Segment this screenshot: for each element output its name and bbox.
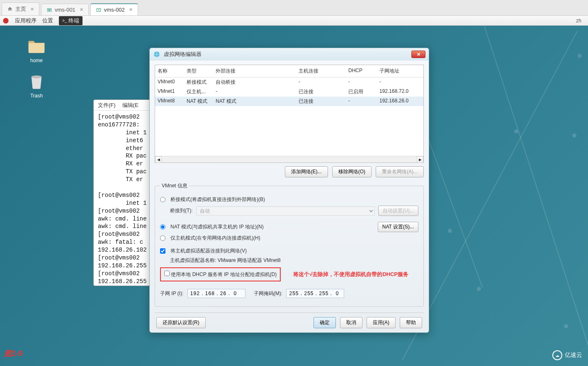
- cell-ext: -: [214, 88, 297, 96]
- close-icon[interactable]: ✕: [80, 7, 83, 12]
- cell-subnet: 192.168.26.0: [378, 97, 423, 105]
- vm-icon: [96, 7, 102, 13]
- nat-mode-label: NAT 模式(与虚拟机共享主机的 IP 地址)(N): [170, 223, 264, 230]
- brand-logo: ☁ 亿速云: [552, 350, 582, 360]
- menubar: 应用程序 位置 >_ 终端 zh: [0, 16, 588, 26]
- table-row[interactable]: VMnet1 仅主机... - 已连接 已启用 192.168.72.0: [155, 87, 423, 97]
- menu-apps[interactable]: 应用程序: [15, 17, 36, 24]
- vmnet-info-group: VMnet 信息 桥接模式(将虚拟机直接连接到外部网络)(B) 桥接到(T): …: [155, 182, 424, 307]
- restore-defaults-button[interactable]: 还原默认设置(R): [156, 317, 206, 328]
- ok-button[interactable]: 确定: [313, 317, 336, 328]
- bridge-to-select: 自动: [196, 206, 375, 216]
- cell-dhcp: 已启用: [347, 88, 378, 96]
- terminal-menu-file[interactable]: 文件(F): [98, 102, 116, 109]
- vmnet-legend: VMnet 信息: [160, 182, 189, 189]
- cell-ext: NAT 模式: [214, 97, 297, 105]
- subnet-mask-label: 子网掩码(M):: [254, 291, 282, 296]
- apply-button[interactable]: 应用(A): [367, 317, 396, 328]
- svg-point-4: [32, 75, 42, 78]
- scroll-right-icon[interactable]: ▶: [417, 156, 423, 163]
- nat-mode-radio[interactable]: [160, 224, 165, 230]
- language-indicator[interactable]: zh: [576, 18, 581, 24]
- virtual-network-editor-dialog: 虚拟网络编辑器 ✕ 名称 类型 外部连接 主机连接 DHCP 子网地址 VMne…: [149, 48, 429, 333]
- brand-text: 亿速云: [565, 351, 582, 359]
- tab-strip: 主页 ✕ vms-001 ✕ vms-002 ✕: [0, 0, 588, 16]
- col-name[interactable]: 名称: [156, 67, 185, 75]
- bridge-mode-label: 桥接模式(将虚拟机直接连接到外部网络)(B): [170, 196, 265, 203]
- subnet-mask-input[interactable]: [286, 289, 344, 298]
- dialog-titlebar[interactable]: 虚拟网络编辑器 ✕: [150, 48, 429, 61]
- menu-location[interactable]: 位置: [42, 17, 53, 24]
- host-adapter-checkbox[interactable]: [160, 248, 165, 254]
- subnet-ip-input[interactable]: [187, 289, 245, 298]
- desktop-label: Trash: [23, 93, 50, 99]
- subnet-ip-label: 子网 IP (I):: [160, 291, 183, 296]
- col-type[interactable]: 类型: [185, 67, 214, 75]
- tab-home[interactable]: 主页 ✕: [2, 2, 39, 15]
- rename-network-button: 重命名网络(A)...: [376, 166, 424, 177]
- host-adapter-label: 将主机虚拟适配器连接到此网络(V): [170, 247, 247, 255]
- bridge-mode-radio[interactable]: [160, 197, 165, 202]
- col-subnet[interactable]: 子网地址: [378, 67, 423, 75]
- cell-type: NAT 模式: [185, 97, 214, 105]
- vm-icon: [46, 7, 52, 13]
- terminal-menu-edit[interactable]: 编辑(E: [122, 102, 138, 109]
- nat-setting-button[interactable]: NAT 设置(S)...: [378, 222, 418, 232]
- table-row[interactable]: VMnet8 NAT 模式 NAT 模式 已连接 - 192.168.26.0: [155, 97, 423, 106]
- cell-type: 桥接模式: [185, 78, 214, 86]
- tab-label: 主页: [15, 5, 26, 13]
- desktop-home-icon[interactable]: home: [23, 37, 50, 63]
- network-table: 名称 类型 外部连接 主机连接 DHCP 子网地址 VMnet0 桥接模式 自动…: [155, 65, 424, 163]
- folder-icon: [28, 37, 45, 55]
- annotation-text: 将这个√去除掉，不使用虚拟机自带的DHCP服务: [293, 271, 408, 278]
- tab-vms001[interactable]: vms-001 ✕: [41, 4, 89, 15]
- network-icon: [153, 51, 160, 58]
- close-icon[interactable]: ✕: [30, 7, 34, 12]
- add-network-button[interactable]: 添加网络(E)...: [285, 166, 328, 177]
- cell-ext: 自动桥接: [214, 78, 297, 86]
- cell-subnet: 192.168.72.0: [378, 88, 423, 96]
- auto-setting-button: 自动设置(U)...: [378, 206, 418, 216]
- hostonly-mode-label: 仅主机模式(在专用网络内连接虚拟机)(H): [170, 235, 260, 242]
- help-button[interactable]: 帮助: [400, 317, 422, 328]
- figure-label: 图1-9: [4, 349, 22, 359]
- cloud-icon: ☁: [552, 350, 562, 360]
- tab-label: vms-002: [104, 7, 125, 13]
- cell-dhcp: -: [347, 97, 378, 105]
- cell-host: 已连接: [297, 97, 347, 105]
- close-icon[interactable]: ✕: [129, 7, 133, 12]
- remove-network-button[interactable]: 移除网络(O): [332, 166, 372, 177]
- hostonly-mode-radio[interactable]: [160, 235, 165, 241]
- col-host[interactable]: 主机连接: [297, 67, 347, 75]
- adapter-name-text: 主机虚拟适配器名称: VMware 网络适配器 VMnet8: [170, 257, 281, 264]
- cell-name: VMnet1: [156, 88, 185, 96]
- bridge-to-label: 桥接到(T):: [170, 207, 193, 214]
- desktop-trash-icon[interactable]: Trash: [23, 73, 50, 99]
- menu-terminal-label: 终端: [68, 17, 79, 24]
- svg-rect-1: [48, 9, 51, 11]
- dialog-close-button[interactable]: ✕: [411, 51, 425, 58]
- table-row[interactable]: VMnet0 桥接模式 自动桥接 - - -: [155, 78, 423, 87]
- cell-host: -: [297, 78, 347, 86]
- table-header: 名称 类型 外部连接 主机连接 DHCP 子网地址: [155, 65, 423, 78]
- desktop-label: home: [23, 58, 50, 63]
- tab-vms002[interactable]: vms-002 ✕: [90, 3, 138, 15]
- cell-name: VMnet0: [156, 78, 185, 86]
- svg-point-3: [3, 18, 8, 23]
- dhcp-label: 使用本地 DHCP 服务将 IP 地址分配给虚拟机(D): [171, 271, 277, 277]
- col-dhcp[interactable]: DHCP: [347, 67, 378, 75]
- horizontal-scrollbar[interactable]: ◀ ▶: [155, 156, 423, 162]
- home-icon: [7, 6, 13, 12]
- cell-type: 仅主机...: [185, 88, 214, 96]
- cancel-button[interactable]: 取消: [340, 317, 362, 328]
- cell-name: VMnet8: [156, 97, 185, 105]
- tab-label: vms-001: [55, 7, 75, 13]
- scroll-left-icon[interactable]: ◀: [155, 156, 162, 163]
- cell-subnet: -: [378, 78, 423, 86]
- dhcp-checkbox[interactable]: [164, 271, 170, 276]
- cell-host: 已连接: [297, 88, 347, 96]
- terminal-launcher[interactable]: >_ 终端: [59, 16, 83, 25]
- cell-dhcp: -: [347, 78, 378, 86]
- system-icon: [2, 17, 9, 24]
- col-ext[interactable]: 外部连接: [214, 67, 297, 75]
